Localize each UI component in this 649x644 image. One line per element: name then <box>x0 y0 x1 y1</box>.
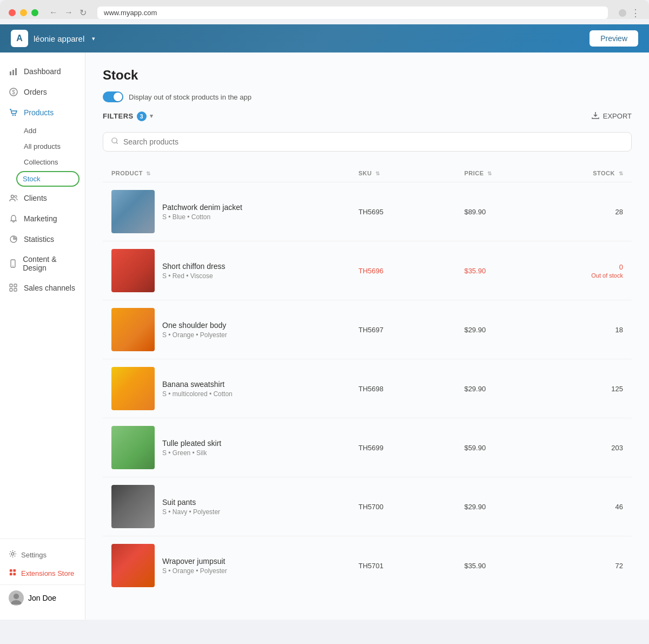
pie-icon <box>9 234 18 244</box>
content-design-label: Content & Design <box>23 255 76 272</box>
sidebar-item-marketing[interactable]: Marketing <box>0 208 85 229</box>
product-cell: Short chiffon dress S • Red • Viscose <box>111 241 359 300</box>
product-variant: S • Red • Viscose <box>162 272 225 280</box>
product-info: One shoulder body S • Orange • Polyester <box>162 321 227 339</box>
stock-cell: 18 <box>553 326 623 334</box>
phone-icon <box>9 259 17 268</box>
sidebar-item-dashboard[interactable]: Dashboard <box>0 61 85 82</box>
refresh-button[interactable]: ↻ <box>80 8 87 18</box>
search-input[interactable] <box>123 137 624 146</box>
product-cell: One shoulder body S • Orange • Polyester <box>111 300 359 359</box>
bell-icon <box>9 214 18 224</box>
export-icon <box>591 111 600 121</box>
svg-point-21 <box>14 594 19 599</box>
minimize-dot[interactable] <box>20 9 27 16</box>
column-product: PRODUCT ⇅ <box>111 170 359 176</box>
filters-button[interactable]: FILTERS 3 ▾ <box>103 111 153 121</box>
extensions-icon <box>9 568 17 578</box>
brand-logo[interactable]: A léonie apparel ▾ <box>11 30 95 47</box>
forward-button[interactable]: → <box>64 8 73 18</box>
product-cell: Suit pants S • Navy • Polyester <box>111 477 359 536</box>
price-sort-icon[interactable]: ⇅ <box>487 170 492 176</box>
dollar-icon: $ <box>9 87 18 97</box>
clients-label: Clients <box>24 194 47 202</box>
svg-rect-16 <box>10 569 12 572</box>
brand-chevron-icon: ▾ <box>92 35 95 42</box>
product-name: Banana sweatshirt <box>162 380 233 389</box>
sidebar-subitem-add[interactable]: Add <box>0 123 85 139</box>
product-name: Suit pants <box>162 498 220 507</box>
product-variant: S • multicolored • Cotton <box>162 390 233 398</box>
search-icon <box>111 137 119 147</box>
export-button[interactable]: EXPORT <box>591 111 632 121</box>
cart-icon <box>9 108 18 117</box>
svg-rect-19 <box>13 573 16 575</box>
toggle-label: Display out of stock products in the app <box>129 93 251 101</box>
product-info: Tulle pleated skirt S • Green • Silk <box>162 439 221 457</box>
table-row[interactable]: Patchwork denim jacket S • Blue • Cotton… <box>103 182 632 241</box>
table-header: PRODUCT ⇅ SKU ⇅ PRICE ⇅ STOCK ⇅ <box>103 165 632 182</box>
product-sort-icon[interactable]: ⇅ <box>146 170 151 176</box>
close-dot[interactable] <box>9 9 16 16</box>
table-row[interactable]: Banana sweatshirt S • multicolored • Cot… <box>103 359 632 418</box>
bar-chart-icon <box>9 67 18 76</box>
sku-cell: TH5701 <box>359 562 465 570</box>
sidebar-extensions[interactable]: Extensions Store <box>0 564 85 582</box>
back-button[interactable]: ← <box>49 8 58 18</box>
statistics-label: Statistics <box>24 235 54 244</box>
price-cell: $29.90 <box>464 503 552 511</box>
table-row[interactable]: Wrapover jumpsuit S • Orange • Polyester… <box>103 536 632 595</box>
product-variant: S • Blue • Cotton <box>162 213 242 221</box>
app-header: A léonie apparel ▾ Preview <box>0 24 649 52</box>
sidebar-item-statistics[interactable]: Statistics <box>0 229 85 249</box>
table-row[interactable]: Tulle pleated skirt S • Green • Silk TH5… <box>103 418 632 477</box>
address-bar[interactable]: www.myapp.com <box>97 6 608 19</box>
out-of-stock-toggle[interactable] <box>103 91 123 102</box>
product-cell: Patchwork denim jacket S • Blue • Cotton <box>111 182 359 241</box>
product-image <box>111 249 155 292</box>
dashboard-label: Dashboard <box>24 67 61 76</box>
sales-channels-label: Sales channels <box>24 284 75 292</box>
table-row[interactable]: Suit pants S • Navy • Polyester TH5700 $… <box>103 477 632 536</box>
product-variant: S • Orange • Polyester <box>162 331 227 339</box>
table-row[interactable]: Short chiffon dress S • Red • Viscose TH… <box>103 241 632 300</box>
price-cell: $35.90 <box>464 562 552 570</box>
sidebar-item-sales-channels[interactable]: Sales channels <box>0 278 85 298</box>
maximize-dot[interactable] <box>31 9 38 16</box>
sidebar-subitem-collections[interactable]: Collections <box>0 154 85 170</box>
sidebar-item-products[interactable]: Products <box>0 102 85 123</box>
svg-point-15 <box>11 553 14 555</box>
svg-point-7 <box>11 195 14 198</box>
svg-rect-12 <box>14 284 17 287</box>
sku-cell: TH5698 <box>359 385 465 393</box>
product-name: Wrapover jumpsuit <box>162 557 227 566</box>
user-profile[interactable]: Jon Doe <box>0 584 85 611</box>
table-row[interactable]: One shoulder body S • Orange • Polyester… <box>103 300 632 359</box>
brand-name: léonie apparel <box>34 34 84 43</box>
products-submenu: Add All products Collections Stock <box>0 123 85 188</box>
sidebar-settings[interactable]: Settings <box>0 546 85 564</box>
sidebar: Dashboard $ Orders <box>0 52 85 620</box>
sidebar-item-content-design[interactable]: Content & Design <box>0 249 85 278</box>
settings-label: Settings <box>21 551 47 559</box>
preview-button[interactable]: Preview <box>590 30 638 47</box>
stock-sort-icon[interactable]: ⇅ <box>619 170 624 176</box>
svg-rect-18 <box>10 573 12 575</box>
avatar <box>9 590 24 606</box>
sidebar-subitem-stock[interactable]: Stock <box>16 171 80 187</box>
stock-cell: 203 <box>553 444 623 452</box>
sidebar-item-clients[interactable]: Clients <box>0 188 85 208</box>
extensions-label: Extensions Store <box>21 569 74 577</box>
product-cell: Tulle pleated skirt S • Green • Silk <box>111 418 359 477</box>
svg-rect-11 <box>10 284 12 287</box>
logo-icon: A <box>11 30 28 47</box>
stock-cell: 46 <box>553 503 623 511</box>
product-image <box>111 426 155 469</box>
browser-options-icon[interactable]: ⋮ <box>631 7 640 19</box>
sidebar-item-orders[interactable]: $ Orders <box>0 82 85 102</box>
product-name: Tulle pleated skirt <box>162 439 221 448</box>
sku-sort-icon[interactable]: ⇅ <box>375 170 380 176</box>
products-label: Products <box>24 108 54 117</box>
product-image <box>111 544 155 587</box>
sidebar-subitem-all-products[interactable]: All products <box>0 139 85 154</box>
